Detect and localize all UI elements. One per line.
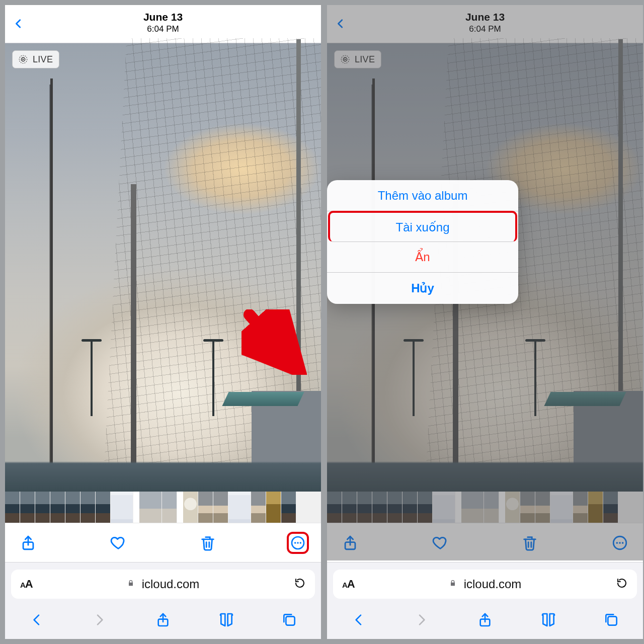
thumbnail[interactable]: [251, 492, 266, 523]
safari-tabs-button[interactable]: [277, 610, 302, 630]
thumbnail[interactable]: [162, 492, 177, 523]
back-chevron-icon: [335, 14, 346, 33]
safari-address-bar[interactable]: AA icloud.com: [11, 570, 315, 599]
sheet-hide[interactable]: Ẩn: [327, 242, 518, 273]
reload-button[interactable]: [294, 577, 306, 591]
thumbnail[interactable]: [342, 492, 357, 523]
thumbnail-current[interactable]: [461, 492, 484, 523]
back-button[interactable]: [331, 10, 350, 40]
trash-icon: [199, 534, 216, 551]
thumbnail[interactable]: [372, 492, 387, 523]
safari-share-button[interactable]: [472, 610, 498, 630]
favorite-button[interactable]: [429, 532, 451, 554]
live-photo-badge[interactable]: LIVE: [12, 50, 59, 68]
thumbnail[interactable]: [228, 492, 251, 523]
sheet-download[interactable]: Tài xuống: [328, 211, 517, 242]
safari-share-icon: [477, 612, 493, 628]
thumbnail[interactable]: [111, 492, 133, 523]
thumbnail[interactable]: [418, 492, 433, 523]
url-host: icloud.com: [142, 577, 200, 591]
thumbnail[interactable]: [520, 492, 535, 523]
photo-action-bar: [5, 523, 321, 562]
thumbnail-strip[interactable]: [5, 492, 321, 523]
safari-bookmarks-icon: [540, 612, 556, 628]
photo-viewer-header: June 13 6:04 PM: [5, 5, 321, 43]
photo-content: [5, 43, 321, 492]
thumbnail[interactable]: [50, 492, 65, 523]
back-button[interactable]: [9, 10, 28, 40]
favorite-button[interactable]: [107, 532, 129, 554]
thumbnail[interactable]: [65, 492, 80, 523]
live-photo-icon: [340, 54, 351, 65]
live-photo-badge[interactable]: LIVE: [334, 50, 381, 68]
screenshot-left: June 13 6:04 PM LIVE: [5, 5, 321, 639]
live-badge-label: LIVE: [33, 54, 53, 65]
back-chevron-icon: [13, 14, 24, 33]
share-button[interactable]: [17, 532, 39, 554]
safari-back-icon: [351, 612, 367, 628]
thumbnail[interactable]: [403, 492, 418, 523]
thumbnail[interactable]: [213, 492, 228, 523]
safari-back-button[interactable]: [346, 610, 371, 630]
safari-back-button[interactable]: [24, 610, 49, 630]
safari-tabs-button[interactable]: [599, 610, 624, 630]
photo-action-bar: [327, 523, 643, 562]
header-date: June 13: [5, 5, 321, 23]
live-badge-label: LIVE: [355, 54, 375, 65]
url-host: icloud.com: [464, 577, 522, 591]
thumbnail[interactable]: [80, 492, 96, 523]
thumbnail[interactable]: [35, 492, 50, 523]
thumbnail[interactable]: [603, 492, 618, 523]
svg-rect-9: [286, 616, 295, 625]
lock-icon: [127, 579, 135, 589]
live-photo-icon: [18, 54, 29, 65]
safari-forward-button: [87, 610, 112, 630]
safari-toolbar: [5, 603, 321, 639]
safari-forward-icon: [414, 612, 430, 628]
svg-marker-12: [345, 58, 346, 60]
sheet-add-to-album[interactable]: Thêm vào album: [327, 180, 518, 211]
thumbnail[interactable]: [266, 492, 281, 523]
safari-bookmarks-button[interactable]: [214, 610, 239, 630]
photo-viewport[interactable]: LIVE: [5, 43, 321, 492]
svg-point-15: [616, 542, 618, 544]
delete-button[interactable]: [519, 532, 541, 554]
safari-share-icon: [155, 612, 171, 628]
more-button[interactable]: [287, 532, 309, 554]
thumbnail[interactable]: [198, 492, 213, 523]
thumbnail[interactable]: [20, 492, 35, 523]
svg-point-6: [297, 542, 298, 543]
thumbnail[interactable]: [433, 492, 455, 523]
share-button[interactable]: [339, 532, 361, 554]
heart-icon: [110, 534, 127, 551]
thumbnail[interactable]: [535, 492, 550, 523]
text-size-button[interactable]: AA: [342, 578, 355, 591]
thumbnail[interactable]: [183, 492, 198, 523]
thumbnail[interactable]: [588, 492, 603, 523]
safari-address-bar[interactable]: AA icloud.com: [333, 570, 637, 599]
svg-point-17: [622, 542, 624, 544]
header-time: 6:04 PM: [5, 24, 321, 34]
thumbnail-strip[interactable]: [327, 492, 643, 523]
safari-share-button[interactable]: [150, 610, 176, 630]
svg-point-16: [619, 542, 621, 544]
thumbnail-current[interactable]: [139, 492, 162, 523]
reload-button[interactable]: [616, 577, 628, 591]
svg-marker-2: [23, 58, 24, 60]
safari-bookmarks-button[interactable]: [536, 610, 561, 630]
delete-button[interactable]: [197, 532, 219, 554]
thumbnail[interactable]: [96, 492, 111, 523]
thumbnail[interactable]: [327, 492, 342, 523]
thumbnail[interactable]: [550, 492, 573, 523]
text-size-button[interactable]: AA: [20, 578, 33, 591]
more-button[interactable]: [609, 532, 631, 554]
thumbnail[interactable]: [357, 492, 372, 523]
thumbnail[interactable]: [484, 492, 499, 523]
thumbnail[interactable]: [5, 492, 20, 523]
thumbnail[interactable]: [505, 492, 520, 523]
screenshot-right: June 13 6:04 PM LIVE: [327, 5, 643, 639]
sheet-cancel[interactable]: Hủy: [327, 273, 518, 304]
thumbnail[interactable]: [281, 492, 296, 523]
thumbnail[interactable]: [387, 492, 403, 523]
thumbnail[interactable]: [573, 492, 588, 523]
